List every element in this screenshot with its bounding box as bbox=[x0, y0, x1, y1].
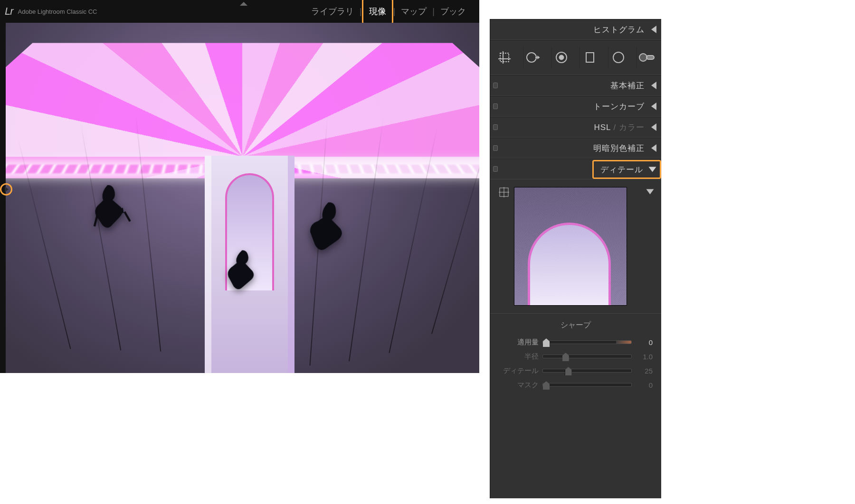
radial-filter-tool[interactable] bbox=[608, 47, 628, 68]
panel-switch[interactable] bbox=[493, 103, 498, 109]
amount-slider[interactable] bbox=[542, 340, 632, 344]
app-identity: Lr Adobe Lightroom Classic CC bbox=[5, 5, 97, 18]
svg-point-7 bbox=[613, 52, 624, 63]
panel-title: HSL / カラー bbox=[594, 122, 645, 133]
silhouette-rider bbox=[81, 177, 139, 234]
module-map[interactable]: マップ bbox=[395, 0, 432, 23]
lightroom-logo: Lr bbox=[5, 5, 13, 18]
panel-switch[interactable] bbox=[493, 145, 498, 151]
local-adjustment-toolstrip bbox=[490, 40, 661, 75]
panel-switch[interactable] bbox=[493, 124, 498, 130]
svg-rect-0 bbox=[500, 53, 509, 62]
panel-split-toning[interactable]: 明暗別色補正 bbox=[490, 138, 661, 159]
panel-histogram[interactable]: ヒストグラム bbox=[490, 19, 661, 40]
module-develop[interactable]: 現像 bbox=[362, 0, 393, 24]
module-picker: ライブラリ | 現像 | マップ | ブック bbox=[305, 0, 475, 23]
panel-title: ディテール bbox=[600, 164, 643, 175]
svg-rect-9 bbox=[646, 56, 654, 59]
detail-preview-thumb[interactable] bbox=[514, 187, 627, 306]
app-title: Adobe Lightroom Classic CC bbox=[18, 8, 97, 15]
red-eye-tool[interactable] bbox=[551, 47, 571, 68]
sharpening-group: シャープ 適用量 0 半径 1.0 ディテール 25 マスク 0 bbox=[490, 314, 661, 373]
svg-point-5 bbox=[559, 55, 564, 60]
crop-tool[interactable] bbox=[495, 47, 514, 68]
develop-right-panel: ヒストグラム 基本補正 トーンカーブ HSL bbox=[490, 19, 661, 373]
panel-basic[interactable]: 基本補正 bbox=[490, 75, 661, 96]
module-library[interactable]: ライブラリ bbox=[305, 0, 360, 23]
detail-preview-picker-icon[interactable] bbox=[499, 187, 509, 197]
panel-tone-curve[interactable]: トーンカーブ bbox=[490, 96, 661, 117]
panel-title: 基本補正 bbox=[610, 80, 645, 91]
detail-preview bbox=[490, 179, 661, 314]
silhouette-rider bbox=[218, 243, 267, 293]
svg-point-8 bbox=[639, 54, 647, 61]
group-title: シャープ bbox=[499, 320, 653, 330]
disclosure-triangle-icon bbox=[651, 26, 656, 33]
svg-rect-6 bbox=[586, 53, 594, 62]
module-book[interactable]: ブック bbox=[435, 0, 472, 23]
disclosure-triangle-icon bbox=[651, 144, 656, 152]
disclosure-triangle-icon bbox=[651, 103, 656, 110]
panel-title: ヒストグラム bbox=[593, 24, 645, 35]
detail-preview-toggle-icon[interactable] bbox=[646, 189, 654, 195]
svg-point-3 bbox=[527, 53, 536, 62]
panel-title: トーンカーブ bbox=[593, 101, 645, 112]
panel-hsl-color[interactable]: HSL / カラー bbox=[490, 117, 661, 138]
slider-amount: 適用量 0 bbox=[499, 335, 653, 349]
photo-canvas bbox=[6, 23, 479, 373]
detail-slider[interactable] bbox=[542, 369, 632, 373]
disclosure-triangle-icon bbox=[649, 167, 656, 172]
left-panel-reveal-handle[interactable] bbox=[0, 183, 12, 196]
panel-detail[interactable]: ディテール bbox=[490, 159, 661, 179]
radius-slider[interactable] bbox=[542, 355, 632, 358]
disclosure-triangle-icon bbox=[651, 123, 656, 131]
panel-switch[interactable] bbox=[493, 83, 498, 88]
separator: | bbox=[360, 7, 362, 17]
slider-detail: ディテール 25 bbox=[499, 364, 653, 373]
photo-preview-area[interactable] bbox=[6, 23, 479, 373]
reveal-top-panel-caret[interactable] bbox=[240, 2, 247, 6]
panel-switch[interactable] bbox=[493, 166, 498, 172]
graduated-filter-tool[interactable] bbox=[580, 47, 599, 68]
lightroom-window: Lr Adobe Lightroom Classic CC ライブラリ | 現像… bbox=[0, 0, 479, 373]
slider-radius: 半径 1.0 bbox=[499, 349, 653, 364]
spot-removal-tool[interactable] bbox=[523, 47, 543, 68]
adjustment-brush-tool[interactable] bbox=[636, 47, 656, 68]
panel-title: 明暗別色補正 bbox=[593, 143, 645, 154]
disclosure-triangle-icon bbox=[651, 82, 656, 89]
silhouette-rider bbox=[297, 196, 358, 257]
